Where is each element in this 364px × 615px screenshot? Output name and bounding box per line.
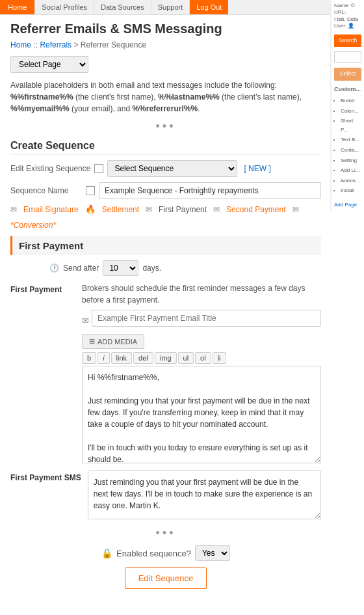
toolbar-ol[interactable]: ol [195, 352, 211, 364]
email-body-textarea[interactable]: Hi %%firstname%%, Just reminding you tha… [82, 366, 321, 463]
customise-item-admin: Admin... [341, 176, 361, 185]
customise-item-setting: Setting [341, 156, 361, 165]
send-after-unit: days. [142, 264, 161, 273]
edit-sequence-label: Edit Existing Sequence [10, 164, 90, 173]
clock-icon: 🕐 [49, 264, 59, 273]
breadcrumb-referrals[interactable]: Referrals [40, 40, 72, 49]
email-icon-4: ✉ [292, 205, 299, 214]
tab-email-signature[interactable]: Email Signature [23, 205, 79, 214]
email-title-input[interactable] [92, 310, 321, 327]
toolbar-link[interactable]: link [111, 352, 133, 364]
page-title: Referrer Emails & SMS Messaging [10, 21, 321, 36]
breadcrumb-home[interactable]: Home [10, 40, 31, 49]
toolbar-ul[interactable]: ul [178, 352, 194, 364]
send-after-row: 🕐 Send after 10 days. [49, 260, 321, 276]
tab-conversion[interactable]: *Conversion* [10, 221, 56, 230]
toolbar-del[interactable]: del [133, 352, 153, 364]
info-text: Available placeholders in both email and… [10, 79, 321, 115]
enabled-row: 🔒 Enabled sequence? Yes No [10, 545, 321, 561]
first-payment-header: First Payment [10, 236, 321, 255]
send-after-select[interactable]: 10 [103, 260, 138, 276]
edit-sequence-button[interactable]: Edit Sequence [125, 567, 207, 589]
toolbar-italic[interactable]: i [98, 352, 109, 364]
sms-row: First Payment SMS Just reminding you tha… [10, 471, 321, 521]
email-icon-2: ✉ [146, 205, 152, 214]
select-panel-button[interactable]: Select [334, 68, 361, 81]
sms-content-col: Just reminding you that your first payme… [88, 471, 321, 521]
customise-item-addlist: Add Li... [341, 166, 361, 175]
nav-social[interactable]: Social Profiles [35, 0, 94, 14]
first-payment-content-col: Brokers should schedule the first remind… [82, 282, 321, 465]
fire-icon: 🔥 [85, 204, 96, 214]
sequence-tabs: ✉ Email Signature 🔥 Settlement ✉ First P… [10, 204, 321, 230]
right-panel: Name: © URL: I tab, Deta User: 👤 Search … [330, 0, 364, 210]
email-icon-3: ✉ [213, 205, 220, 214]
customise-item-text: Text B... [341, 135, 361, 144]
search-panel-button[interactable]: Search [334, 34, 361, 48]
toolbar-li[interactable]: li [213, 352, 226, 364]
customise-list: Brand Calen... Short P... Text B... Cont… [334, 96, 361, 197]
customise-item-calendar: Calen... [341, 107, 361, 116]
email-title-icon: ✉ [82, 316, 89, 325]
first-payment-content: First Payment Brokers should schedule th… [10, 282, 321, 465]
tab-second-payment[interactable]: Second Payment [226, 205, 285, 214]
dots-separator-2: ••• [10, 526, 321, 540]
select-page-dropdown[interactable]: Select Page [10, 56, 88, 73]
breadcrumb: Home :: Referrals > Referrer Sequence [10, 40, 321, 49]
customise-item-short: Short P... [341, 116, 361, 134]
new-sequence-link[interactable]: [ NEW ] [244, 164, 270, 173]
nav-support[interactable]: Support [151, 0, 190, 14]
enabled-select[interactable]: Yes No [195, 545, 230, 561]
customise-item-install: Install [341, 186, 361, 195]
nav-logout[interactable]: Log Out [190, 0, 228, 14]
email-sig-icon: ✉ [10, 205, 17, 214]
select-sequence-dropdown[interactable]: Select Sequence [107, 160, 237, 177]
enabled-label: Enabled sequence? [116, 549, 191, 558]
media-icon: ⊞ [89, 337, 95, 346]
sequence-name-checkbox-icon [86, 186, 95, 195]
search-panel-input[interactable] [334, 51, 361, 62]
editor-toolbar: b i link del img ul ol li [82, 352, 321, 364]
toolbar-bold[interactable]: b [82, 352, 96, 364]
toolbar-img[interactable]: img [155, 352, 177, 364]
sequence-name-input[interactable] [99, 182, 321, 199]
sequence-name-row: Sequence Name [10, 182, 321, 199]
sequence-name-label: Sequence Name [10, 186, 82, 195]
tab-settlement[interactable]: Settlement [102, 205, 139, 214]
dots-separator-1: ••• [10, 120, 321, 133]
send-after-label: Send after [63, 264, 99, 273]
customise-item-contacts: Conta... [341, 146, 361, 155]
lock-icon: 🔒 [101, 548, 112, 558]
sms-textarea[interactable]: Just reminding you that your first payme… [88, 471, 321, 519]
customise-label: Custom... [334, 86, 361, 92]
breadcrumb-current: Referrer Sequence [81, 40, 146, 49]
right-panel-info: Name: © URL: I tab, Deta User: 👤 [334, 3, 361, 30]
select-page-row: Select Page [10, 56, 321, 73]
first-payment-desc: Brokers should schedule the first remind… [82, 282, 321, 306]
create-sequence-heading: Create Sequence [10, 140, 321, 155]
top-nav: Home Social Profiles Data Sources Suppor… [0, 0, 332, 15]
nav-data[interactable]: Data Sources [94, 0, 151, 14]
edit-sequence-row: Edit Existing Sequence Select Sequence [… [10, 160, 321, 177]
add-media-button[interactable]: ⊞ ADD MEDIA [82, 334, 144, 349]
first-payment-label: First Payment [10, 282, 75, 465]
edit-sequence-checkbox-icon [94, 164, 103, 173]
customise-item-brand: Brand [341, 96, 361, 105]
add-page-link[interactable]: Add Page [334, 202, 361, 208]
nav-home[interactable]: Home [0, 0, 35, 14]
sms-label: First Payment SMS [10, 471, 81, 521]
tab-first-payment: First Payment [159, 205, 207, 214]
